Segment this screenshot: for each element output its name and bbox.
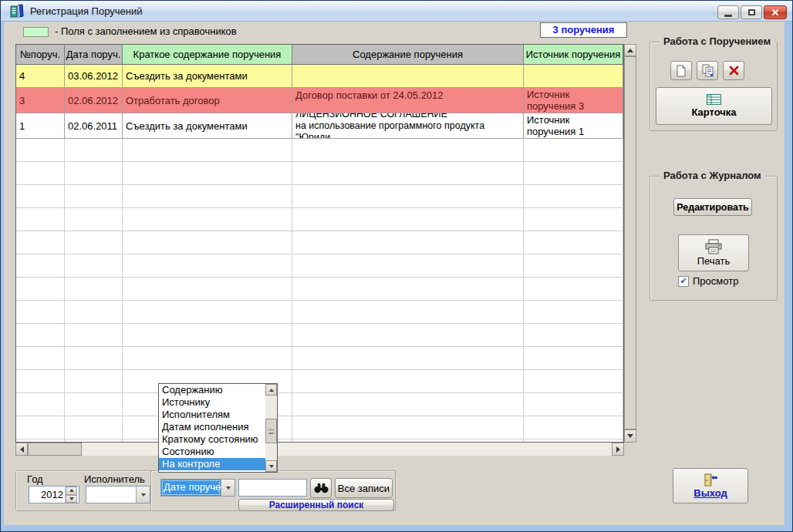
- table-cell: Отработать договор: [123, 88, 292, 113]
- table-row-empty: [16, 139, 623, 162]
- card-button-label: Карточка: [691, 106, 736, 118]
- table-cell-empty: [524, 231, 623, 254]
- dropdown-option[interactable]: Краткому состоянию: [159, 433, 265, 446]
- horizontal-scrollbar[interactable]: [15, 443, 624, 456]
- table-cell-empty: [524, 324, 623, 347]
- table-cell-empty: [16, 370, 65, 393]
- table-cell-empty: [292, 254, 524, 278]
- column-header-content[interactable]: Содержание поручения: [292, 45, 524, 65]
- table-row-empty: [16, 278, 623, 301]
- table-cell: 03.06.2012: [65, 65, 123, 88]
- column-header-number[interactable]: №поруч.: [16, 45, 65, 65]
- exit-button[interactable]: Выход: [673, 468, 748, 503]
- copy-order-button[interactable]: [697, 61, 718, 80]
- table-cell: 1: [16, 113, 65, 139]
- find-button[interactable]: [310, 478, 332, 498]
- edit-button-label: Редактировать: [677, 202, 748, 213]
- scroll-down-button[interactable]: [624, 429, 636, 443]
- binoculars-icon: [314, 483, 329, 493]
- table-cell-empty: [524, 185, 623, 208]
- dropdown-option[interactable]: Датам исполнения: [159, 421, 265, 433]
- executor-value: [86, 487, 136, 503]
- search-input[interactable]: [238, 479, 307, 497]
- table-row[interactable]: 1 02.06.2011 Съездить за документами ЛИЦ…: [16, 113, 623, 139]
- search-by-dropdown-button[interactable]: [221, 480, 235, 496]
- preview-checkbox[interactable]: ✔: [678, 276, 689, 287]
- table-cell-empty: [292, 139, 524, 162]
- table-cell-empty: [524, 278, 623, 301]
- table-row-empty: [16, 416, 623, 439]
- app-icon: [10, 4, 25, 19]
- search-by-dropdown-list: Содержанию Источнику Исполнителям Датам …: [158, 383, 278, 473]
- vertical-scroll-thumb[interactable]: [624, 56, 636, 429]
- maximize-button[interactable]: [741, 5, 762, 19]
- table-cell-empty: [123, 347, 292, 370]
- print-button[interactable]: Печать: [678, 234, 749, 271]
- table-cell-empty: [123, 139, 292, 162]
- delete-order-button[interactable]: [723, 61, 744, 80]
- table-row-empty: [16, 185, 623, 208]
- column-header-source[interactable]: Источник поручения: [524, 45, 623, 65]
- year-input[interactable]: [29, 487, 65, 503]
- table-cell-empty: [65, 254, 123, 278]
- minimize-button[interactable]: [717, 5, 739, 19]
- window-title: Регистрация Поручений: [30, 5, 142, 17]
- table-cell: Источник поручения 3: [524, 88, 623, 113]
- table-row[interactable]: 4 03.06.2012 Съездить за документами: [16, 65, 623, 88]
- exit-door-icon: [703, 473, 718, 487]
- dropdown-option[interactable]: Источнику: [159, 396, 265, 409]
- table-cell-empty: [123, 162, 292, 185]
- dropdown-option[interactable]: Исполнителям: [159, 409, 265, 421]
- edit-button[interactable]: Редактировать: [673, 198, 752, 216]
- legend-label: - Поля с заполнением из справочников: [55, 25, 237, 37]
- year-spin-down[interactable]: [66, 495, 77, 503]
- table-row-empty: [16, 208, 623, 231]
- table-cell-empty: [524, 139, 623, 162]
- dropdown-scrollbar[interactable]: [265, 384, 277, 472]
- table-cell: 4: [16, 65, 65, 88]
- journal-panel-title: Работа с Журналом: [660, 170, 765, 181]
- delete-x-icon: [729, 66, 739, 76]
- executor-combobox[interactable]: [86, 486, 150, 503]
- executor-dropdown-button[interactable]: [136, 487, 150, 503]
- dropdown-option[interactable]: Состоянию: [159, 446, 265, 458]
- table-header-row: №поруч. Дата поруч. Краткое содержание п…: [16, 45, 623, 65]
- scroll-left-button[interactable]: [15, 443, 28, 456]
- table-cell-empty: [524, 254, 623, 278]
- table-cell-empty: [524, 162, 623, 185]
- table-row[interactable]: 3 02.06.2012 Отработать договор Договор …: [16, 88, 623, 113]
- dropdown-scroll-up[interactable]: [265, 384, 277, 396]
- new-order-button[interactable]: [670, 61, 692, 80]
- card-button[interactable]: Карточка: [656, 87, 772, 125]
- advanced-search-button[interactable]: Расширенный поиск: [238, 499, 394, 511]
- all-records-button[interactable]: Все записи: [335, 478, 393, 498]
- title-bar[interactable]: Регистрация Поручений: [1, 1, 792, 22]
- table-cell-empty: [292, 370, 524, 393]
- column-header-date[interactable]: Дата поруч.: [65, 45, 123, 65]
- table-cell-empty: [65, 393, 123, 416]
- year-spin-up[interactable]: [66, 487, 77, 495]
- dropdown-option[interactable]: Содержанию: [159, 384, 265, 396]
- dropdown-option-selected[interactable]: На контроле: [159, 458, 265, 470]
- table-cell: Съездить за документами: [123, 113, 292, 139]
- table-cell: [524, 65, 623, 88]
- dropdown-scroll-down[interactable]: [265, 460, 277, 472]
- table-cell: 02.06.2012: [65, 88, 123, 113]
- table-cell-empty: [65, 370, 123, 393]
- vertical-scrollbar[interactable]: [624, 44, 636, 443]
- horizontal-scroll-thumb[interactable]: [28, 443, 82, 456]
- scroll-up-button[interactable]: [624, 44, 636, 56]
- table-cell-empty: [292, 231, 524, 254]
- table-cell: [292, 65, 524, 88]
- window-controls: [717, 5, 787, 19]
- table-cell-empty: [123, 185, 292, 208]
- close-button[interactable]: [764, 5, 787, 19]
- search-by-combobox[interactable]: Дате поруче: [160, 479, 235, 497]
- table-cell: Договор поставки от 24.05.2012: [292, 88, 524, 113]
- scroll-right-button[interactable]: [612, 443, 624, 456]
- table-cell-empty: [524, 208, 623, 231]
- dropdown-scroll-thumb[interactable]: [265, 419, 277, 443]
- up-arrow-icon: [269, 386, 274, 392]
- table-row-empty: [16, 393, 623, 416]
- column-header-short-content[interactable]: Краткое содержание поручения: [123, 45, 292, 65]
